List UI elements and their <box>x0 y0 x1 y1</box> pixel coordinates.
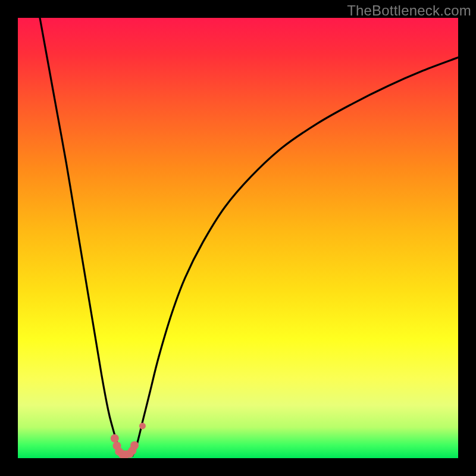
attribution-label: TheBottleneck.com <box>347 2 471 19</box>
highlight-dot <box>139 422 146 429</box>
plot-area <box>18 18 458 458</box>
chart-svg <box>18 18 458 458</box>
highlight-dots <box>111 422 146 458</box>
highlight-dot <box>111 434 119 443</box>
left-curve <box>40 18 121 456</box>
chart-frame: TheBottleneck.com <box>0 0 476 476</box>
highlight-dot <box>130 441 139 450</box>
right-curve <box>132 58 458 456</box>
